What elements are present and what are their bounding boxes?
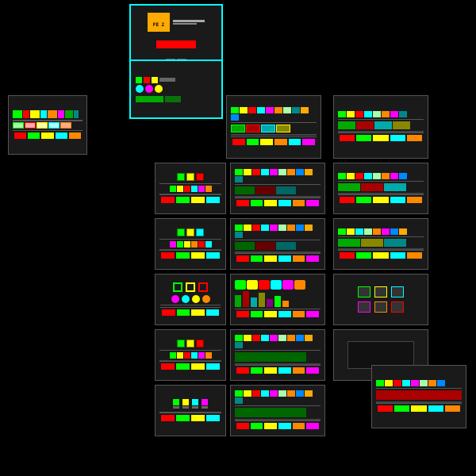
sheet-top-legend (129, 60, 223, 119)
sheet-col3-row2 (333, 218, 428, 270)
sheet-col3-row1 (333, 163, 428, 214)
sheet-col2-row1 (230, 163, 325, 214)
sheet-col1-row3 (155, 274, 226, 325)
sheet-col2-row3 (230, 274, 325, 325)
sheet-col2-row2 (230, 218, 325, 270)
sheet-right-top (333, 95, 428, 159)
sheet-col1-row4 (155, 329, 226, 381)
sheet-right-bottom (371, 365, 466, 428)
sheet-mid-top (226, 95, 321, 159)
sheet-col1-row1 (155, 163, 226, 214)
sheet-left (8, 95, 87, 155)
fe2-label: FE 2 (153, 21, 164, 27)
sheet-col2-row5 (230, 385, 325, 436)
sheet-col1-row2 (155, 218, 226, 270)
sheet-col1-row5 (155, 385, 226, 436)
sheet-col3-row3 (333, 274, 428, 325)
sheet-col2-row4 (230, 329, 325, 381)
